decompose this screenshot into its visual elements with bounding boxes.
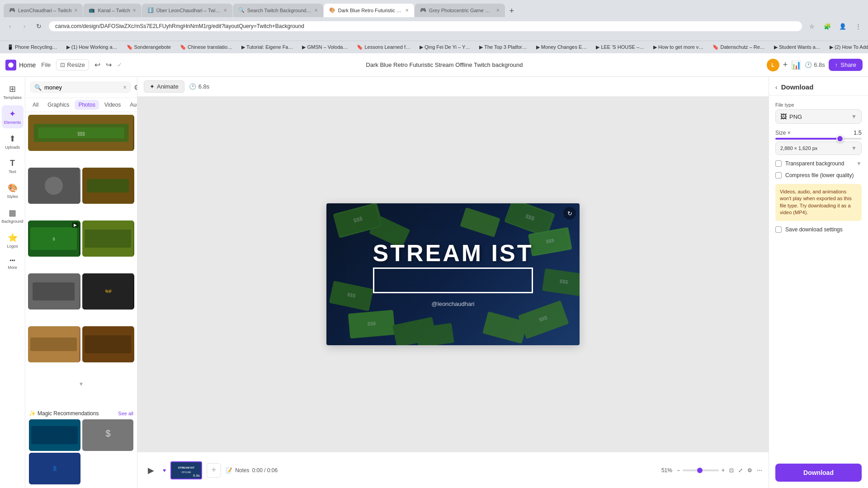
- undo-button[interactable]: ↩: [94, 61, 100, 69]
- sidebar-item-logos[interactable]: ⭐ Logos: [2, 229, 24, 252]
- fullscreen-button[interactable]: ⤢: [738, 467, 743, 474]
- list-item[interactable]: [28, 168, 80, 204]
- list-item[interactable]: [28, 273, 80, 310]
- play-button[interactable]: ▶: [144, 463, 158, 478]
- bookmark-gmsn[interactable]: ▶ GMSN – Voloda…: [298, 43, 351, 51]
- home-button[interactable]: Home: [5, 60, 36, 70]
- file-type-select[interactable]: 🖼 PNG ▼: [775, 109, 862, 124]
- see-all-button[interactable]: See all: [118, 411, 133, 416]
- file-menu[interactable]: File: [41, 61, 51, 68]
- bookmark-tutorial[interactable]: ▶ Tutorial: Eigene Fa…: [238, 43, 297, 51]
- profile-icon[interactable]: 👤: [836, 20, 849, 33]
- tab-close-2[interactable]: ×: [133, 7, 136, 14]
- download-button[interactable]: Download: [775, 464, 862, 482]
- tab-leonchaudhari[interactable]: 🎮 LeonChaudhari – Twitch ×: [4, 4, 83, 17]
- add-page-button[interactable]: +: [207, 463, 221, 478]
- more-button2[interactable]: ⋯: [757, 467, 762, 474]
- bookmark-how2[interactable]: ▶ (2) How To Add A…: [826, 43, 868, 51]
- list-item[interactable]: [82, 326, 135, 362]
- animate-button[interactable]: ✦ Animate: [144, 80, 184, 93]
- px-display[interactable]: 2,880 × 1,620 px ▼: [775, 141, 862, 155]
- zoom-out-button[interactable]: −: [677, 467, 680, 474]
- stream-content: STREAM IST OFFLINE @leonchaudhari: [373, 241, 533, 307]
- bookmark-qing[interactable]: ▶ Qing Fei De Yi – Y…: [416, 43, 474, 51]
- extension-icon[interactable]: 🧩: [821, 20, 834, 33]
- canvas-content[interactable]: $$$ $$$ $$$ $$$ $$$ $$$ $$$ STREAM IST O…: [326, 203, 580, 345]
- sidebar-item-templates[interactable]: ⊞ Templates: [2, 80, 24, 103]
- tab-close-6[interactable]: ×: [496, 7, 500, 14]
- zoom-slider[interactable]: [683, 469, 719, 471]
- tab-kanal[interactable]: 📺 Kanal – Twitch ×: [83, 4, 141, 17]
- list-item[interactable]: [29, 419, 80, 451]
- bookmark-how[interactable]: ▶ (1) How Working a…: [63, 43, 121, 51]
- zoom-in-button[interactable]: +: [722, 467, 725, 474]
- analytics-icon[interactable]: 📊: [791, 60, 801, 70]
- tab-close-1[interactable]: ×: [74, 7, 77, 14]
- timeline-thumb[interactable]: STREAM IST OFFLINE 6.8s: [170, 461, 202, 479]
- bookmark-money[interactable]: ▶ Money Changes E…: [533, 43, 591, 51]
- bookmark-top3[interactable]: ▶ The Top 3 Platfor…: [476, 43, 530, 51]
- bookmark-phone[interactable]: 📱 Phone Recycling…: [4, 43, 61, 51]
- bookmark-lessons[interactable]: 🔖 Lessons Learned f…: [353, 43, 414, 51]
- sidebar-item-styles[interactable]: 🎨 Styles: [2, 179, 24, 202]
- tab-grey[interactable]: 🎮 Grey Photocentric Game Nigh… ×: [415, 4, 505, 17]
- list-item[interactable]: 👐: [82, 273, 135, 310]
- transparent-bg-checkbox[interactable]: [775, 160, 782, 167]
- fit-button[interactable]: ⊡: [729, 467, 734, 474]
- bookmark-student[interactable]: ▶ Student Wants a…: [770, 43, 824, 51]
- sidebar-item-more[interactable]: ••• More: [2, 254, 24, 273]
- menu-icon[interactable]: ⋮: [852, 20, 864, 33]
- add-button[interactable]: +: [783, 60, 788, 70]
- list-item[interactable]: [82, 221, 135, 257]
- resize-button[interactable]: ⊡ Resize: [56, 59, 89, 70]
- redo-button[interactable]: ↪: [106, 61, 112, 69]
- stream-title: STREAM IST: [373, 241, 533, 265]
- sidebar-item-background[interactable]: ▦ Background: [2, 204, 24, 227]
- tab-close-3[interactable]: ×: [224, 7, 227, 14]
- resize-icon: ⊡: [60, 61, 65, 68]
- list-item[interactable]: $ ▶: [28, 221, 80, 257]
- file-type-section: File type 🖼 PNG ▼: [775, 102, 862, 124]
- forward-button[interactable]: ›: [18, 20, 31, 33]
- bookmark-datenschutz[interactable]: 🔖 Datenschutz – Re…: [709, 43, 769, 51]
- tab-dark-blue[interactable]: 🎨 Dark Blue Retro Futuristic Str… ×: [324, 4, 414, 17]
- list-item[interactable]: $: [82, 419, 134, 451]
- search-filter-button[interactable]: ⚙: [134, 83, 137, 92]
- list-item[interactable]: 👤: [29, 453, 80, 484]
- bookmark-chinese[interactable]: 🔖 Chinese translatio…: [176, 43, 236, 51]
- tab-graphics[interactable]: Graphics: [44, 100, 73, 110]
- sidebar-item-elements[interactable]: ✦ Elements: [2, 105, 24, 128]
- list-item[interactable]: $$$: [28, 115, 134, 151]
- list-item[interactable]: [28, 326, 80, 362]
- share-button[interactable]: ↑ Share: [829, 59, 863, 71]
- list-item[interactable]: [82, 168, 135, 204]
- tab-close-5[interactable]: ×: [406, 7, 409, 14]
- tab-audio[interactable]: Audio: [126, 100, 137, 110]
- panel-back-button[interactable]: ‹: [775, 84, 778, 91]
- back-button[interactable]: ‹: [4, 20, 16, 33]
- bookmark-more-v[interactable]: ▶ How to get more v…: [650, 43, 707, 51]
- compress-checkbox[interactable]: [775, 172, 782, 178]
- reload-button[interactable]: ↻: [33, 20, 45, 33]
- bookmark-star[interactable]: ☆: [806, 20, 818, 33]
- search-input[interactable]: [44, 84, 120, 91]
- sidebar-item-text[interactable]: T Text: [2, 155, 24, 178]
- transparent-bg-expand[interactable]: ▼: [856, 160, 862, 167]
- bookmark-lee[interactable]: ▶ LEE 'S HOUSE –…: [592, 43, 648, 51]
- save-settings-checkbox[interactable]: [775, 226, 782, 233]
- tab-photos[interactable]: Photos: [75, 100, 99, 110]
- refresh-canvas-button[interactable]: ↻: [563, 207, 576, 220]
- user-avatar[interactable]: L: [767, 59, 779, 71]
- zoom-thumb[interactable]: [697, 468, 703, 473]
- search-clear-button[interactable]: ×: [123, 84, 127, 91]
- tab-videos[interactable]: Videos: [101, 100, 124, 110]
- tab-close-4[interactable]: ×: [315, 7, 318, 14]
- tab-search[interactable]: 🔍 Search Twitch Background – C… ×: [233, 4, 323, 17]
- settings-button[interactable]: ⚙: [747, 467, 752, 474]
- tab-uber[interactable]: ℹ️ Über LeonChaudhari – Twitch ×: [142, 4, 232, 17]
- bookmark-sonder[interactable]: 🔖 Sonderangebote: [123, 43, 175, 51]
- sidebar-item-uploads[interactable]: ⬆ Uploads: [2, 130, 24, 153]
- new-tab-button[interactable]: +: [505, 5, 518, 17]
- address-bar[interactable]: [49, 21, 802, 31]
- tab-all[interactable]: All: [29, 100, 42, 110]
